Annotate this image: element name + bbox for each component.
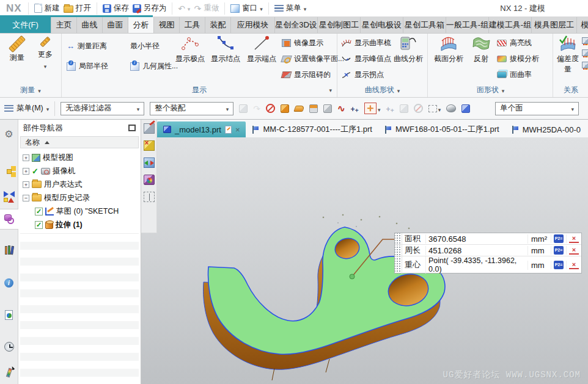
redo-button[interactable]: 重做 [194, 3, 219, 13]
tab-xc-3d[interactable]: 星创全3D设 [275, 17, 318, 33]
body-face-filter-icon[interactable] [309, 104, 318, 113]
measurement-info-box[interactable]: 面积 3670.6548 mm² P2= 周长 451.0268 mm P2= … [394, 233, 582, 274]
settings-button[interactable] [0, 123, 18, 144]
tab-xc-drafting[interactable]: 星创制图工 [318, 17, 361, 33]
centroid-point[interactable] [350, 274, 355, 279]
component-snap-disabled-icon[interactable] [400, 104, 408, 113]
undo-button[interactable] [178, 4, 190, 13]
history-button[interactable] [0, 336, 18, 357]
panel-maximize-icon[interactable] [128, 125, 136, 131]
expand-icon[interactable] [23, 154, 29, 161]
shaded-select-icon[interactable] [446, 104, 456, 112]
tab-modeling-tools[interactable]: 建模工具-组 [489, 17, 532, 33]
highlight-lines-button[interactable]: 高亮线 [497, 35, 539, 51]
tab-xc-electrode[interactable]: 星创电极设 [361, 17, 403, 33]
show-obstruction-button[interactable]: 显示阻碍的 [282, 67, 344, 82]
window-button[interactable]: 窗口 [230, 3, 263, 13]
curve-filter-icon[interactable] [337, 103, 345, 114]
save-button[interactable]: 保存 [103, 3, 129, 13]
show-poles-button[interactable]: 显示极点 [173, 35, 207, 64]
name-column-header[interactable]: 名称 [20, 136, 139, 148]
tab-tools[interactable]: 工具 [180, 17, 205, 33]
show-peaks-button[interactable]: 显示峰值点 [341, 51, 391, 67]
group-label-relations[interactable]: 关系 [554, 85, 588, 95]
scope-select[interactable]: 整个装配 [150, 102, 233, 115]
set-mirror-plane-button[interactable]: 设置镜像平面... [282, 51, 344, 67]
group-label-measure[interactable]: 测量 [0, 85, 61, 95]
fit-view-icon[interactable] [144, 192, 155, 202]
checkbox-checked-icon[interactable] [35, 208, 43, 216]
web-browser-button[interactable] [0, 272, 18, 293]
roles-button[interactable] [0, 362, 18, 383]
undo-dropdown-icon[interactable] [188, 4, 191, 13]
tab-general-tools[interactable]: 一般工具-组 [446, 17, 489, 33]
measure-more-button[interactable]: 更多 [33, 35, 57, 70]
save-expression-icon[interactable]: P2= [554, 234, 564, 243]
snap-point-toggle[interactable] [364, 103, 381, 114]
drag-handle[interactable] [395, 233, 402, 244]
reuse-library-button[interactable] [0, 239, 18, 260]
tab-application[interactable]: 应用模块 [231, 17, 275, 33]
edit-object-display-icon[interactable] [144, 123, 155, 134]
tree-item-extrude[interactable]: 拉伸 (1) [18, 218, 141, 231]
reflection-button[interactable]: 反射 [468, 35, 494, 64]
point-snap-disabled-icon[interactable] [386, 103, 394, 114]
draft-analysis-button[interactable]: 拔模分析 [497, 51, 539, 67]
target-snap-disabled-icon[interactable] [414, 104, 423, 113]
checkbox-checked-icon[interactable] [35, 221, 43, 229]
dismiss-measure-icon[interactable] [569, 234, 579, 243]
relation-tool-icon[interactable] [582, 37, 588, 44]
drag-handle[interactable] [395, 256, 402, 274]
point-filter-icon[interactable] [351, 103, 359, 114]
part-navigator-button[interactable] [0, 209, 18, 230]
doc-tab-4[interactable]: MWH25DA-00-0 [505, 121, 587, 137]
doc-tab-active[interactable]: _model13.prt [157, 121, 246, 137]
solid-body-filter-icon[interactable] [281, 104, 289, 113]
tab-analysis[interactable]: 分析 [128, 17, 154, 33]
min-radius-button[interactable]: 最小半径 [130, 38, 178, 54]
assembly-select-icon[interactable] [239, 104, 248, 113]
tree-item-user-expressions[interactable]: 用户表达式 [18, 178, 141, 191]
type-filter-select[interactable]: 无选择过滤器 [61, 102, 144, 115]
tab-xc-toolbox[interactable]: 星创工具箱 [403, 17, 446, 33]
dismiss-measure-icon[interactable] [569, 261, 579, 269]
show-hide-icon[interactable] [144, 140, 155, 151]
deviation-gauge-button[interactable]: 偏差度量 [554, 35, 582, 74]
tab-mold[interactable]: 模型 [577, 17, 588, 33]
expand-icon[interactable] [23, 181, 29, 188]
show-curvature-comb-button[interactable]: 显示曲率梳 [341, 35, 391, 51]
expand-icon[interactable] [23, 168, 29, 175]
relation-tool-icon[interactable] [582, 62, 588, 68]
show-endpoints-button[interactable]: 显示端点 [244, 35, 279, 64]
reverse-direction-icon[interactable] [144, 158, 155, 168]
show-knots-button[interactable]: 显示结点 [208, 35, 243, 64]
measure-button[interactable]: 测量 [4, 35, 31, 63]
show-inflections-button[interactable]: 显示拐点 [341, 67, 391, 82]
qat-menu-button[interactable]: 菜单 [274, 3, 307, 13]
curve-analysis-button[interactable]: 曲线分析 [391, 35, 425, 64]
deselect-all-icon[interactable] [266, 104, 275, 113]
mirror-display-button[interactable]: 镜像显示 [282, 35, 344, 51]
tab-home[interactable]: 主页 [51, 17, 77, 33]
drag-handle[interactable] [395, 245, 402, 256]
geometry-properties-button[interactable]: 几何属性... [130, 59, 178, 74]
save-as-button[interactable]: 另存为 [133, 3, 167, 13]
tree-item-sketch[interactable]: 草图 (0) "SKETCH [18, 205, 141, 218]
tab-view[interactable]: 视图 [154, 17, 180, 33]
save-expression-icon[interactable]: P2= [554, 246, 564, 255]
face-filter-icon[interactable] [293, 106, 305, 112]
doc-tab-2[interactable]: MM-C-128577-001----工序1.prt [246, 121, 378, 137]
tree-item-model-history[interactable]: 模型历史记录 [18, 191, 141, 205]
section-analysis-button[interactable]: 截面分析 [431, 35, 466, 64]
relation-tool-icon[interactable] [582, 49, 588, 56]
tab-assemblies[interactable]: 装配 [205, 17, 231, 33]
face-rule-select[interactable]: 单个面 [495, 102, 579, 115]
collapse-icon[interactable] [23, 195, 29, 201]
tree-item-cameras[interactable]: 摄像机 [18, 164, 141, 178]
menu-button[interactable]: 菜单(M) [4, 103, 49, 114]
html-report-button[interactable] [0, 305, 18, 325]
display-group-caret-icon[interactable] [329, 84, 332, 95]
save-expression-icon[interactable]: P2= [554, 261, 564, 269]
tab-file[interactable]: 文件(F) [0, 17, 51, 33]
tab-mold-layer[interactable]: 模具图层工 [532, 17, 577, 33]
